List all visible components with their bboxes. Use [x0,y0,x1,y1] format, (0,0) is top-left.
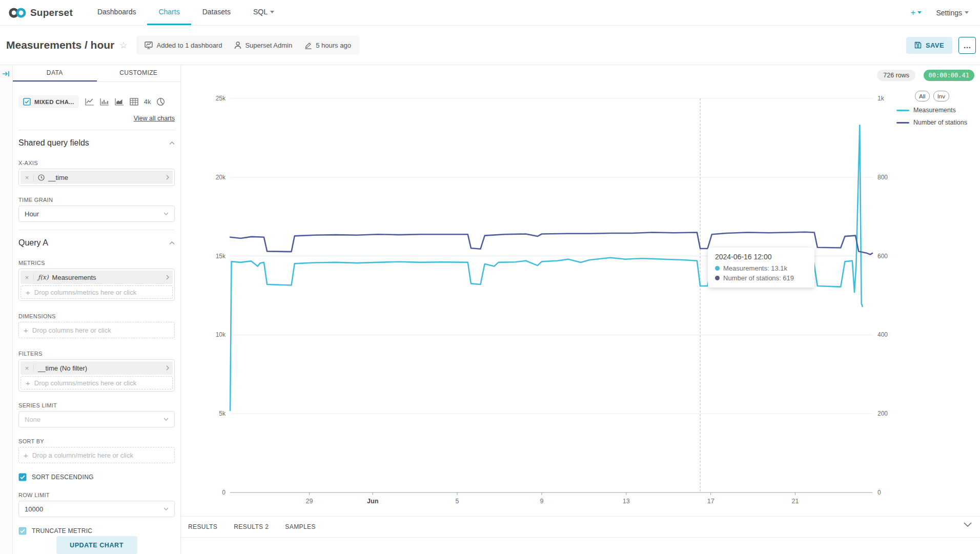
legend-item-measurements[interactable]: Measurements [896,104,967,116]
filter-pill[interactable]: × __time (No filter) [21,361,173,375]
caret-down-icon [270,11,274,13]
divider [18,130,175,130]
bar-chart-icon[interactable] [100,98,109,106]
y-axis-left-tick: 15k [216,253,226,260]
save-icon [914,42,922,49]
legend-inv-button[interactable]: Inv [933,91,949,101]
metrics-control: × ƒ(x) Measurements + Drop columns/metri… [18,269,175,301]
collapse-results-icon[interactable] [964,522,972,527]
top-nav: Superset Dashboards Charts Datasets SQL … [0,0,980,26]
checked-checkbox-icon[interactable] [18,527,27,535]
y-axis-right-tick: 0 [877,489,881,496]
truncate-metric-row[interactable]: TRUNCATE METRIC [18,527,175,535]
view-all-charts-link[interactable]: View all charts [18,115,175,122]
collapse-section-icon[interactable] [169,241,175,245]
brand-name: Superset [30,7,73,18]
expand-panel-icon[interactable] [2,70,10,78]
time-grain-select[interactable]: Hour [18,206,175,222]
function-icon: ƒ(x) [38,274,49,281]
x-axis-pill[interactable]: × __time [21,171,173,184]
tab-samples[interactable]: SAMPLES [285,523,316,530]
sort-by-label: SORT BY [18,438,175,444]
chart-metadata-bar: Added to 1 dashboard Superset Admin 5 ho… [136,36,359,54]
save-button[interactable]: SAVE [906,37,952,54]
filters-control: × __time (No filter) + Drop columns/metr… [18,359,175,392]
chevron-right-icon [162,175,173,180]
y-axis-right-tick: 1k [877,95,885,102]
owner-meta[interactable]: Superset Admin [234,42,292,49]
chart-svg[interactable]: 05k10k15k20k25k02004006008001k29Jun59131… [181,65,980,554]
line-chart-icon[interactable] [85,98,94,106]
x-axis-tick-label: 5 [456,498,459,505]
tooltip-row: Number of stations: 619 [715,274,807,282]
nav-item-charts[interactable]: Charts [147,0,191,25]
checked-checkbox-icon [23,98,31,106]
shared-query-fields-title: Shared query fields [18,138,89,148]
query-a-title: Query A [18,238,48,248]
series-limit-label: SERIES LIMIT [18,402,175,408]
chevron-right-icon [162,365,173,371]
collapse-section-icon[interactable] [169,141,175,145]
pencil-icon [304,42,312,49]
favorite-star-icon[interactable]: ☆ [119,40,127,51]
table-icon[interactable] [130,98,138,106]
user-icon [234,42,241,49]
nav-item-sql[interactable]: SQL [242,0,285,25]
chart-legend: Measurements Number of stations [896,104,967,129]
page-title: Measurements / hour [6,39,114,51]
chevron-down-icon [164,212,169,215]
viz-4k-badge[interactable]: 4k [144,98,151,106]
sort-descending-row[interactable]: SORT DESCENDING [18,473,175,481]
last-modified-meta[interactable]: 5 hours ago [304,42,351,49]
nav-item-dashboards[interactable]: Dashboards [86,0,148,25]
row-limit-select[interactable]: 10000 [18,501,175,517]
tab-data[interactable]: DATA [13,65,97,81]
y-axis-right-tick: 400 [877,331,888,338]
metric-pill[interactable]: × ƒ(x) Measurements [21,271,173,284]
legend-item-stations[interactable]: Number of stations [896,116,967,129]
tab-customize[interactable]: CUSTOMIZE [97,65,181,81]
plus-icon: + [26,379,30,387]
remove-icon[interactable]: × [21,364,34,372]
sort-by-dropzone[interactable]: + Drop a column/metric here or click [18,447,175,463]
series-limit-select[interactable]: None [18,411,175,427]
tooltip-row: Measurements: 13.1k [715,264,807,272]
tab-results[interactable]: RESULTS [188,523,217,530]
tooltip-timestamp: 2024-06-16 12:00 [715,253,807,261]
results-pane: RESULTS RESULTS 2 SAMPLES [181,516,980,554]
chart-area: 05k10k15k20k25k02004006008001k29Jun59131… [181,65,980,554]
x-axis-control: × __time [18,169,175,186]
chevron-right-icon [162,275,173,280]
viz-type-label: MIXED CHA... [34,99,74,105]
update-chart-button[interactable]: UPDATE CHART [56,536,137,554]
filters-dropzone[interactable]: + Drop columns/metrics here or click [21,376,173,389]
checked-checkbox-icon[interactable] [18,473,27,481]
dashboards-meta[interactable]: Added to 1 dashboard [145,42,222,49]
legend-swatch [896,110,909,111]
metrics-dropzone[interactable]: + Drop columns/metrics here or click [21,285,173,299]
selected-viz-type[interactable]: MIXED CHA... [18,95,79,108]
x-axis-tick-label: 21 [792,498,799,505]
superset-logo[interactable]: Superset [0,0,86,25]
legend-all-button[interactable]: All [915,91,930,101]
plus-icon: + [24,451,28,460]
remove-icon[interactable]: × [21,274,34,281]
nav-item-datasets[interactable]: Datasets [191,0,242,25]
time-grain-label: TIME GRAIN [18,197,175,203]
new-menu-button[interactable]: + [910,8,922,18]
query-timer-badge: 00:00:00.41 [924,70,974,81]
x-axis-tick-label: Jun [367,498,378,505]
area-chart-icon[interactable] [115,98,124,106]
more-actions-button[interactable]: … [958,37,976,54]
settings-menu[interactable]: Settings [936,9,969,17]
dimensions-dropzone[interactable]: + Drop columns here or click [18,322,175,338]
tab-results-2[interactable]: RESULTS 2 [234,523,269,530]
nav-items: Dashboards Charts Datasets SQL [86,0,285,25]
plus-icon: + [24,326,28,335]
pie-chart-icon[interactable] [156,97,165,106]
infinity-logo-icon [8,7,27,18]
x-axis-tick-label: 9 [540,498,543,505]
chart-header-bar: Measurements / hour ☆ Added to 1 dashboa… [0,26,980,65]
remove-icon[interactable]: × [21,174,34,181]
y-axis-left-tick: 0 [222,489,226,496]
